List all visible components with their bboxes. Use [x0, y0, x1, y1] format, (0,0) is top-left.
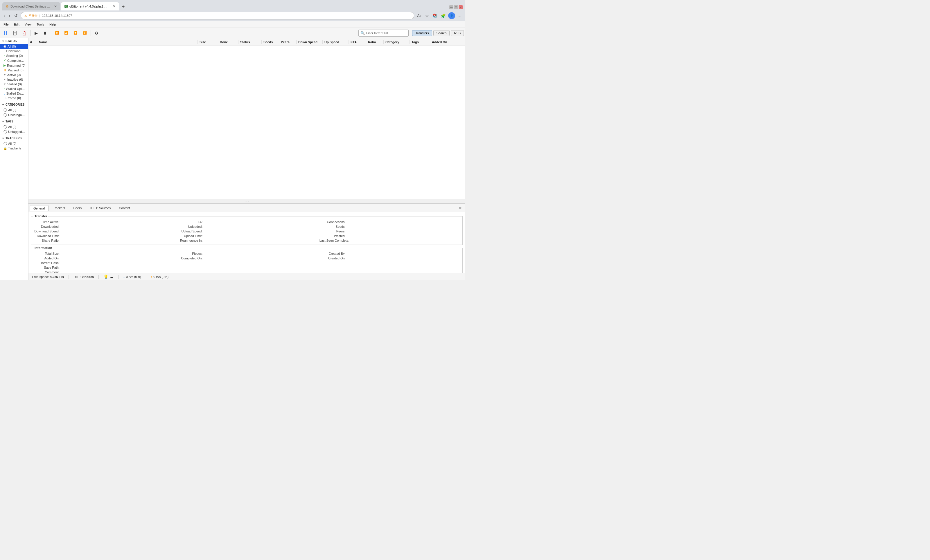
sidebar-cat-all-label: All (0) [8, 108, 17, 112]
app-icon-button[interactable] [1, 29, 10, 37]
trackers-section-header[interactable]: ▼ TRACKERS [0, 135, 28, 141]
resume-all-button[interactable]: ▶ [32, 29, 40, 37]
information-legend: Information [33, 246, 54, 250]
tags-section-header[interactable]: ▼ TAGS [0, 119, 28, 124]
field-torrent-hash: Torrent Hash: [33, 261, 174, 265]
sidebar-item-errored[interactable]: ! Errored (0) [0, 96, 28, 100]
info-right-col: Created By: Created On: [319, 251, 460, 273]
menu-tools[interactable]: Tools [34, 22, 46, 27]
sidebar-item-resumed[interactable]: ▶ Resumed (0) [0, 63, 28, 68]
maximize-button[interactable]: □ [454, 5, 458, 9]
more-button[interactable]: … [456, 12, 463, 19]
settings-button[interactable]: ⚙ [92, 29, 100, 37]
sidebar-item-downloading[interactable]: ↓ Downloading (0) [0, 49, 28, 54]
sidebar-item-untagged[interactable]: ◯ Untagged (0) [0, 129, 28, 134]
col-header-num[interactable]: # [28, 40, 37, 44]
col-header-down[interactable]: Down Speed [297, 40, 323, 44]
sidebar-item-tracker-all[interactable]: ◯ All (0) [0, 141, 28, 146]
sidebar-trackerless-label: Trackerless (0) [8, 147, 26, 150]
col-header-done[interactable]: Done [218, 40, 239, 44]
sidebar-item-tag-all[interactable]: ◯ All (0) [0, 124, 28, 129]
categories-section-label: CATEGORIES [6, 103, 25, 106]
tab-peers[interactable]: Peers [70, 205, 86, 211]
sidebar-item-cat-all[interactable]: ◯ All (0) [0, 107, 28, 112]
main-layout: ▼ STATUS ◉ All (0) ↓ Downloading (0) ↑ S… [0, 38, 465, 280]
sidebar-item-all[interactable]: ◉ All (0) [0, 44, 28, 49]
col-header-eta[interactable]: ETA [349, 40, 366, 44]
tab-sonarr[interactable]: ⚙ Download Client Settings - Sona ✕ [2, 2, 60, 11]
sidebar-sep-1 [0, 101, 28, 101]
tab-content[interactable]: Content [115, 205, 134, 211]
active-icon: ▼ [3, 74, 6, 76]
col-header-added[interactable]: Added On [430, 40, 465, 44]
menu-help[interactable]: Help [47, 22, 59, 27]
rss-button[interactable]: RSS [451, 30, 464, 36]
move-bottom-button[interactable]: ⏬ [81, 29, 89, 37]
sidebar-item-active[interactable]: ▼ Active (0) [0, 72, 28, 77]
forward-button[interactable]: › [8, 13, 12, 18]
svg-rect-8 [23, 32, 26, 35]
menu-view[interactable]: View [22, 22, 34, 27]
sonarr-tab-close[interactable]: ✕ [54, 5, 57, 8]
collection-button[interactable]: 📚 [431, 12, 439, 19]
sidebar-item-completed[interactable]: ✔ Completed (0) [0, 58, 28, 63]
back-button[interactable]: ‹ [2, 13, 6, 18]
menu-file[interactable]: File [1, 22, 11, 27]
extensions-button[interactable]: 🧩 [440, 12, 447, 19]
translate-button[interactable]: A↕ [416, 12, 423, 19]
qbit-tab-close[interactable]: ✕ [113, 5, 115, 8]
status-section-header[interactable]: ▼ STATUS [0, 38, 28, 44]
tab-qbittorrent[interactable]: Q qBittorrent v4.4.0alpha1 Web UI ✕ [61, 2, 119, 11]
reload-button[interactable]: ↺ [13, 13, 19, 18]
sidebar-item-trackerless[interactable]: 🔒 Trackerless (0) [0, 146, 28, 150]
filter-input-wrap[interactable]: 🔍 [359, 29, 409, 37]
sidebar-item-stalled[interactable]: ▼ Stalled (0) [0, 82, 28, 86]
move-up-button[interactable]: 🔼 [62, 29, 70, 37]
field-last-seen-label: Last Seen Complete: [319, 239, 350, 242]
col-header-peers[interactable]: Peers [279, 40, 297, 44]
sidebar-item-stalled-down[interactable]: ↓ Stalled Downlo... [0, 91, 28, 96]
trackers-arrow: ▼ [2, 137, 5, 140]
new-tab-button[interactable]: + [120, 4, 127, 9]
field-share-ratio-label: Share Ratio: [33, 239, 60, 242]
move-down-button[interactable]: 🔽 [71, 29, 80, 37]
col-header-name[interactable]: Name [37, 40, 198, 44]
profile-button[interactable]: 👤 [448, 12, 455, 19]
panel-drag-handle[interactable]: · · · [28, 199, 465, 203]
free-space-label: Free space: [32, 275, 49, 279]
sidebar-item-seeding[interactable]: ↑ Seeding (0) [0, 54, 28, 58]
col-header-status[interactable]: Status [239, 40, 262, 44]
menu-edit[interactable]: Edit [12, 22, 22, 27]
close-button[interactable]: ✕ [459, 5, 463, 9]
search-button[interactable]: Search [433, 30, 450, 36]
col-header-category[interactable]: Category [384, 40, 410, 44]
col-header-tags[interactable]: Tags [410, 40, 430, 44]
sidebar-item-stalled-upload[interactable]: ↑ Stalled Uploadi... [0, 86, 28, 91]
status-sep-3 [118, 275, 119, 279]
delete-button[interactable] [20, 29, 28, 37]
transfers-button[interactable]: Transfers [412, 30, 432, 36]
sonarr-favicon: ⚙ [6, 5, 9, 8]
status-bar: Free space: 4.285 TiB DHT: 0 nodes 💡 ☁ ↓… [28, 273, 465, 280]
filter-input[interactable] [366, 31, 406, 35]
col-header-seeds[interactable]: Seeds [262, 40, 279, 44]
tab-trackers[interactable]: Trackers [49, 205, 69, 211]
categories-section-header[interactable]: ▼ CATEGORIES [0, 102, 28, 107]
col-header-size[interactable]: Size [198, 40, 218, 44]
minimize-button[interactable]: — [449, 5, 453, 9]
sidebar-item-paused[interactable]: ⏸ Paused (0) [0, 68, 28, 72]
trackerless-icon: 🔒 [3, 147, 7, 150]
move-top-button[interactable]: ⏫ [53, 29, 61, 37]
col-header-up[interactable]: Up Speed [323, 40, 349, 44]
pause-all-button[interactable]: ⏸ [41, 29, 49, 37]
tab-http-sources[interactable]: HTTP Sources [86, 205, 114, 211]
sidebar-item-uncategorized[interactable]: ◯ Uncategorized (0) [0, 112, 28, 117]
sidebar-untagged-label: Untagged (0) [8, 130, 26, 133]
add-torrent-file-button[interactable] [11, 29, 19, 37]
col-header-ratio[interactable]: Ratio [366, 40, 384, 44]
panel-close-button[interactable]: ✕ [457, 205, 464, 211]
tab-general[interactable]: General [29, 205, 49, 211]
sidebar-item-inactive[interactable]: ▼ Inactive (0) [0, 77, 28, 82]
star-button[interactable]: ☆ [424, 12, 430, 19]
address-field[interactable]: ⚠ 不安全 | 192.168.10.14:11307 [21, 12, 414, 20]
